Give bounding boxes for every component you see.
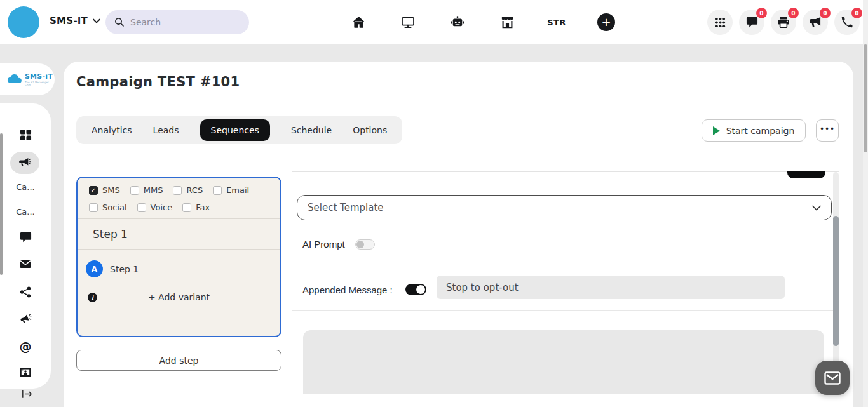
channel-rcs[interactable]: RCS [173,185,203,195]
checkbox-icon[interactable] [182,203,191,212]
user-avatar[interactable] [8,6,39,38]
tab-leads[interactable]: Leads [153,120,179,140]
fax-badge: 0 [788,8,799,18]
brand-label: SMS-iT [50,15,88,27]
tab-schedule[interactable]: Schedule [291,120,332,140]
cloud-logo-icon [6,74,23,85]
tab-options[interactable]: Options [353,120,387,140]
fax-button[interactable]: 0 [771,10,796,35]
messages-button[interactable]: 0 [739,10,764,35]
sidebar-item-label: Ca... [16,207,34,217]
select-template-placeholder: Select Template [308,202,384,213]
editor-divider [292,230,839,230]
sidebar-item-label: Ca... [16,182,34,192]
top-right-icons: 0 0 0 0 [707,10,860,35]
tab-sequences[interactable]: Sequences [200,119,270,141]
mail-icon [19,259,32,269]
window-scrollbar[interactable] [863,0,868,407]
str-shortcut[interactable]: STR [546,18,567,27]
chevron-down-icon [93,18,100,23]
sidebar-item-campaigns[interactable] [10,152,39,174]
megaphone-icon [18,157,31,168]
workspace-switcher[interactable]: SMS-iT [50,15,100,27]
checkbox-icon[interactable] [213,186,222,195]
top-navbar: SMS-iT STR + [0,0,868,44]
sidebar-item-share[interactable] [0,286,51,298]
channel-sms[interactable]: ✓ SMS [89,185,120,195]
messenger-envelope-icon [824,371,841,385]
sidebar-item-dashboard[interactable] [0,129,51,141]
messages-badge: 0 [756,8,767,18]
campaigns-button[interactable]: 0 [803,10,828,35]
play-icon [713,126,720,135]
monitor-icon[interactable] [398,17,418,29]
start-campaign-button[interactable]: Start campaign [702,119,806,142]
printer-icon [777,17,790,28]
logout-icon [22,389,33,399]
channel-social[interactable]: Social [89,203,127,212]
editor-divider [292,310,839,311]
apps-grid-button[interactable] [707,10,733,35]
checkbox-icon[interactable] [173,186,182,195]
at-icon: @ [20,341,32,353]
more-options-button[interactable]: ••• [816,119,839,142]
add-step-button[interactable]: Add step [76,350,281,371]
home-icon[interactable] [348,17,369,28]
select-template-dropdown[interactable]: Select Template [297,195,832,220]
logo-tagline: The #1 Messenger CRM [25,81,55,86]
checkbox-icon[interactable] [137,203,146,212]
chat-icon [746,17,758,28]
channel-email[interactable]: Email [213,185,249,195]
checkbox-checked-icon[interactable]: ✓ [89,186,98,195]
sidebar-logo[interactable]: SMS-iT The #1 Messenger CRM [0,63,55,95]
checkbox-icon[interactable] [130,186,139,195]
ai-prompt-toggle[interactable] [355,239,375,250]
logo-text: SMS-iT [25,73,55,80]
sidebar-item-mail[interactable] [0,259,51,269]
phone-button[interactable]: 0 [834,10,860,35]
add-variant-button[interactable]: + Add variant [78,292,280,302]
channel-checkboxes: ✓ SMS MMS RCS Email Social Voice [78,178,280,219]
robot-icon[interactable] [447,16,468,29]
window-scrollbar-thumb[interactable] [864,44,867,152]
partially-scrolled-button[interactable] [787,171,825,178]
sidebar-item-campaign-1[interactable]: Ca... [0,182,51,192]
channel-mms[interactable]: MMS [130,185,163,195]
appended-message-label: Appended Message : [302,284,397,295]
campaigns-badge: 0 [820,8,831,18]
support-chat-launcher[interactable] [815,361,850,395]
add-button[interactable]: + [596,13,616,31]
contact-card-icon [19,367,32,377]
sidebar-item-campaign-2[interactable]: Ca... [0,207,51,217]
appended-message-toggle[interactable] [405,284,426,295]
share-icon [20,286,31,298]
chat-bubble-icon [20,232,32,243]
message-body-textarea[interactable] [303,330,824,394]
channel-fax[interactable]: Fax [182,203,210,212]
sidebar-item-mentions[interactable]: @ [0,341,51,353]
main-content: Campaign TEST #101 Analytics Leads Seque… [64,62,853,407]
sidebar-item-chat[interactable] [0,232,51,243]
tab-analytics[interactable]: Analytics [92,120,132,140]
page-title: Campaign TEST #101 [76,74,240,90]
sidebar-scrollbar[interactable] [0,133,3,275]
promotion-megaphone-icon [19,314,32,325]
checkbox-icon[interactable] [89,203,98,212]
search-input[interactable] [130,17,232,27]
variant-avatar: A [86,260,103,277]
variant-row[interactable]: A Step 1 [86,260,280,277]
megaphone-icon [809,17,822,28]
str-label: STR [547,18,566,27]
appended-message-input[interactable] [437,276,785,299]
search-box[interactable] [105,10,249,34]
store-icon[interactable] [497,17,517,29]
channel-voice[interactable]: Voice [137,203,173,212]
sidebar-item-promotions[interactable] [0,314,51,325]
dashboard-icon [20,129,32,141]
ellipsis-icon: ••• [820,124,835,133]
campaign-tabs: Analytics Leads Sequences Schedule Optio… [76,116,402,144]
sidebar-item-contacts[interactable] [0,367,51,377]
sequence-step-panel: ✓ SMS MMS RCS Email Social Voice [76,177,281,337]
search-icon [114,17,125,27]
editor-scrollbar-thumb[interactable] [833,216,839,346]
